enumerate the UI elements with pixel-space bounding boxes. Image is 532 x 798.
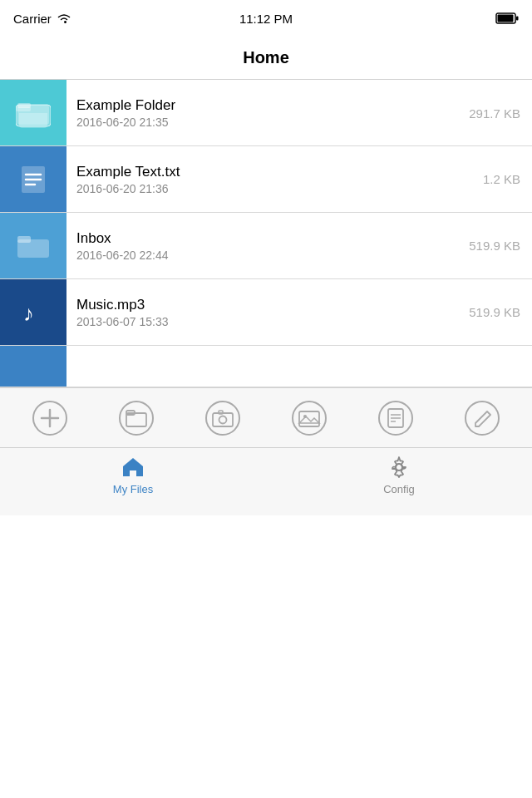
svg-rect-7 [17, 103, 31, 108]
svg-point-18 [120, 401, 153, 435]
status-left: Carrier [13, 12, 71, 26]
file-date: 2016-06-20 21:36 [76, 182, 473, 195]
tab-my-files-label: My Files [113, 483, 153, 495]
svg-point-21 [206, 401, 239, 435]
edit-button[interactable] [459, 395, 505, 441]
file-icon-bar [0, 346, 66, 387]
svg-text:♪: ♪ [23, 301, 34, 326]
svg-marker-27 [299, 416, 319, 423]
file-info: Example Text.txt 2016-06-20 21:36 [66, 164, 483, 195]
svg-point-34 [466, 401, 499, 435]
status-time: 11:12 PM [239, 12, 293, 26]
file-info: Inbox 2016-06-20 22:44 [66, 230, 469, 262]
open-folder-icon [118, 400, 155, 436]
wifi-icon [57, 12, 71, 24]
svg-rect-24 [219, 411, 223, 414]
text-file-icon [17, 163, 50, 196]
home-icon [121, 455, 145, 480]
camera-icon [204, 400, 241, 436]
document-icon [377, 400, 414, 436]
svg-rect-13 [17, 236, 31, 243]
tab-my-files[interactable]: My Files [83, 455, 183, 495]
svg-point-28 [303, 415, 307, 418]
file-list: name Encrypt Zip Zip Delete [0, 80, 532, 387]
file-icon-music: ♪ [0, 279, 66, 346]
document-button[interactable] [372, 395, 419, 441]
file-date: 2013-06-07 15:33 [76, 315, 459, 328]
status-right [495, 12, 519, 25]
nav-bar: Home [0, 37, 532, 80]
file-row-content: Example Folder 2016-06-20 21:35 291.7 KB [0, 80, 532, 146]
file-icon-folder [0, 213, 66, 279]
file-size: 519.9 KB [469, 305, 532, 319]
file-date: 2016-06-20 22:44 [76, 249, 459, 262]
file-name: Inbox [76, 230, 459, 247]
file-info: Example Folder 2016-06-20 21:35 [66, 97, 469, 129]
folder-icon [16, 98, 51, 128]
image-icon [291, 400, 328, 436]
list-item[interactable]: Example Text.txt 2016-06-20 21:36 1.2 KB [0, 146, 532, 213]
tab-config-label: Config [383, 483, 415, 495]
open-folder-button[interactable] [113, 395, 160, 441]
svg-rect-1 [498, 15, 514, 22]
page-title: Home [243, 48, 289, 67]
file-size: 1.2 KB [483, 172, 532, 186]
file-name: Example Text.txt [76, 164, 473, 180]
file-size: 291.7 KB [469, 106, 532, 121]
file-icon-text [0, 146, 66, 213]
tab-config[interactable]: Config [349, 455, 449, 495]
battery-icon [495, 12, 519, 25]
music-icon: ♪ [17, 296, 50, 329]
carrier-label: Carrier [13, 12, 52, 26]
add-button[interactable] [27, 395, 73, 441]
svg-rect-22 [213, 413, 233, 426]
image-button[interactable] [286, 395, 332, 441]
camera-button[interactable] [200, 395, 246, 441]
svg-point-23 [219, 416, 227, 423]
list-item[interactable]: ♪ Music.mp3 2013-06-07 15:33 519.9 KB [0, 279, 532, 346]
status-bar: Carrier 11:12 PM [0, 0, 532, 37]
edit-icon [464, 400, 500, 436]
file-info: Music.mp3 2013-06-07 15:33 [66, 297, 469, 328]
file-date: 2016-06-20 21:35 [76, 116, 459, 129]
list-item[interactable]: Inbox 2016-06-20 22:44 519.9 KB [0, 213, 532, 279]
file-icon-folder [0, 80, 66, 146]
file-size: 519.9 KB [469, 239, 532, 253]
toolbar [0, 387, 532, 447]
add-icon [32, 400, 68, 436]
list-item[interactable] [0, 346, 532, 387]
gear-icon [387, 455, 411, 480]
tab-bar: My Files Config [0, 447, 532, 515]
folder-icon [16, 231, 51, 261]
file-name: Example Folder [76, 97, 459, 114]
file-name: Music.mp3 [76, 297, 459, 313]
list-item[interactable]: name Encrypt Zip Zip Delete [0, 80, 532, 146]
svg-point-25 [293, 401, 326, 435]
svg-rect-2 [516, 17, 519, 21]
